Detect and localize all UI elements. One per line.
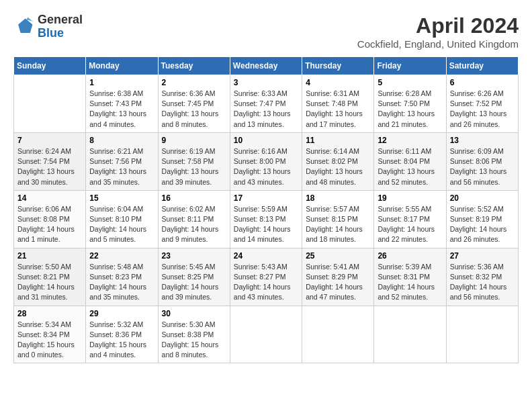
- day-cell: 10Sunrise: 6:16 AMSunset: 8:00 PMDayligh…: [230, 132, 302, 190]
- title-block: April 2024 Cockfield, England, United Ki…: [357, 13, 519, 50]
- logo-blue-text: Blue: [38, 26, 64, 40]
- header-row: SundayMondayTuesdayWednesdayThursdayFrid…: [14, 57, 519, 75]
- header-thursday: Thursday: [302, 57, 374, 75]
- day-number: 24: [234, 251, 298, 261]
- day-cell: 23Sunrise: 5:45 AMSunset: 8:25 PMDayligh…: [158, 248, 230, 306]
- day-cell: [446, 306, 518, 363]
- location-subtitle: Cockfield, England, United Kingdom: [357, 38, 519, 50]
- day-info: Sunrise: 5:32 AMSunset: 8:36 PMDaylight:…: [89, 320, 154, 361]
- day-cell: [14, 75, 86, 133]
- day-number: 25: [306, 251, 370, 261]
- svg-marker-0: [18, 18, 32, 32]
- day-info: Sunrise: 5:43 AMSunset: 8:27 PMDaylight:…: [234, 262, 298, 303]
- header-monday: Monday: [86, 57, 158, 75]
- day-info: Sunrise: 6:24 AMSunset: 7:54 PMDaylight:…: [17, 146, 82, 187]
- day-info: Sunrise: 6:36 AMSunset: 7:45 PMDaylight:…: [162, 89, 226, 130]
- day-number: 14: [17, 193, 82, 203]
- day-cell: 25Sunrise: 5:41 AMSunset: 8:29 PMDayligh…: [302, 248, 374, 306]
- day-number: 13: [450, 136, 515, 145]
- day-info: Sunrise: 6:21 AMSunset: 7:56 PMDaylight:…: [89, 146, 154, 187]
- day-number: 27: [450, 251, 515, 261]
- day-number: 29: [89, 309, 154, 318]
- header-friday: Friday: [374, 57, 446, 75]
- day-info: Sunrise: 5:36 AMSunset: 8:32 PMDaylight:…: [450, 262, 515, 303]
- day-cell: 11Sunrise: 6:14 AMSunset: 8:02 PMDayligh…: [302, 132, 374, 190]
- day-cell: [374, 306, 446, 363]
- day-cell: [302, 306, 374, 363]
- week-row-1: 1Sunrise: 6:38 AMSunset: 7:43 PMDaylight…: [14, 75, 519, 133]
- day-info: Sunrise: 5:59 AMSunset: 8:13 PMDaylight:…: [234, 204, 298, 245]
- day-number: 8: [89, 136, 154, 145]
- day-cell: 1Sunrise: 6:38 AMSunset: 7:43 PMDaylight…: [86, 75, 158, 133]
- day-number: 6: [450, 78, 515, 87]
- day-cell: 8Sunrise: 6:21 AMSunset: 7:56 PMDaylight…: [86, 132, 158, 190]
- day-number: 21: [17, 251, 82, 261]
- day-cell: 6Sunrise: 6:26 AMSunset: 7:52 PMDaylight…: [446, 75, 518, 133]
- day-info: Sunrise: 5:41 AMSunset: 8:29 PMDaylight:…: [306, 262, 370, 303]
- day-info: Sunrise: 6:11 AMSunset: 8:04 PMDaylight:…: [378, 146, 442, 187]
- day-info: Sunrise: 6:31 AMSunset: 7:48 PMDaylight:…: [306, 89, 370, 130]
- day-number: 20: [450, 193, 515, 203]
- day-cell: 14Sunrise: 6:06 AMSunset: 8:08 PMDayligh…: [14, 190, 86, 248]
- day-cell: 3Sunrise: 6:33 AMSunset: 7:47 PMDaylight…: [230, 75, 302, 133]
- day-info: Sunrise: 6:09 AMSunset: 8:06 PMDaylight:…: [450, 146, 515, 187]
- day-info: Sunrise: 6:14 AMSunset: 8:02 PMDaylight:…: [306, 146, 370, 187]
- logo-icon: [13, 16, 35, 38]
- day-number: 1: [89, 78, 154, 87]
- logo: General Blue: [13, 13, 83, 40]
- day-cell: 26Sunrise: 5:39 AMSunset: 8:31 PMDayligh…: [374, 248, 446, 306]
- day-cell: 4Sunrise: 6:31 AMSunset: 7:48 PMDaylight…: [302, 75, 374, 133]
- day-number: 7: [17, 136, 82, 145]
- day-cell: 28Sunrise: 5:34 AMSunset: 8:34 PMDayligh…: [14, 306, 86, 363]
- day-number: 19: [378, 193, 442, 203]
- day-info: Sunrise: 5:55 AMSunset: 8:17 PMDaylight:…: [378, 204, 442, 245]
- day-info: Sunrise: 5:52 AMSunset: 8:19 PMDaylight:…: [450, 204, 515, 245]
- day-info: Sunrise: 5:48 AMSunset: 8:23 PMDaylight:…: [89, 262, 154, 303]
- day-number: 23: [162, 251, 226, 261]
- day-cell: 22Sunrise: 5:48 AMSunset: 8:23 PMDayligh…: [86, 248, 158, 306]
- day-number: 28: [17, 309, 82, 318]
- day-info: Sunrise: 6:28 AMSunset: 7:50 PMDaylight:…: [378, 89, 442, 130]
- day-info: Sunrise: 6:38 AMSunset: 7:43 PMDaylight:…: [89, 89, 154, 130]
- day-cell: 19Sunrise: 5:55 AMSunset: 8:17 PMDayligh…: [374, 190, 446, 248]
- day-number: 16: [162, 193, 226, 203]
- day-number: 11: [306, 136, 370, 145]
- day-number: 9: [162, 136, 226, 145]
- day-cell: 30Sunrise: 5:30 AMSunset: 8:38 PMDayligh…: [158, 306, 230, 363]
- day-cell: 29Sunrise: 5:32 AMSunset: 8:36 PMDayligh…: [86, 306, 158, 363]
- week-row-3: 14Sunrise: 6:06 AMSunset: 8:08 PMDayligh…: [14, 190, 519, 248]
- header-wednesday: Wednesday: [230, 57, 302, 75]
- day-cell: 24Sunrise: 5:43 AMSunset: 8:27 PMDayligh…: [230, 248, 302, 306]
- day-cell: [230, 306, 302, 363]
- day-number: 4: [306, 78, 370, 87]
- day-info: Sunrise: 6:02 AMSunset: 8:11 PMDaylight:…: [162, 204, 226, 245]
- day-info: Sunrise: 5:57 AMSunset: 8:15 PMDaylight:…: [306, 204, 370, 245]
- day-number: 26: [378, 251, 442, 261]
- day-info: Sunrise: 6:16 AMSunset: 8:00 PMDaylight:…: [234, 146, 298, 187]
- day-info: Sunrise: 5:34 AMSunset: 8:34 PMDaylight:…: [17, 320, 82, 361]
- month-year-title: April 2024: [357, 13, 519, 38]
- day-cell: 20Sunrise: 5:52 AMSunset: 8:19 PMDayligh…: [446, 190, 518, 248]
- day-number: 30: [162, 309, 226, 318]
- header-saturday: Saturday: [446, 57, 518, 75]
- day-info: Sunrise: 6:26 AMSunset: 7:52 PMDaylight:…: [450, 89, 515, 130]
- week-row-4: 21Sunrise: 5:50 AMSunset: 8:21 PMDayligh…: [14, 248, 519, 306]
- page-header: General Blue April 2024 Cockfield, Engla…: [13, 13, 519, 50]
- day-info: Sunrise: 5:39 AMSunset: 8:31 PMDaylight:…: [378, 262, 442, 303]
- calendar-body: 1Sunrise: 6:38 AMSunset: 7:43 PMDaylight…: [14, 75, 519, 363]
- day-number: 2: [162, 78, 226, 87]
- day-info: Sunrise: 5:30 AMSunset: 8:38 PMDaylight:…: [162, 320, 226, 361]
- day-number: 22: [89, 251, 154, 261]
- calendar-header: SundayMondayTuesdayWednesdayThursdayFrid…: [14, 57, 519, 75]
- day-cell: 12Sunrise: 6:11 AMSunset: 8:04 PMDayligh…: [374, 132, 446, 190]
- day-info: Sunrise: 6:33 AMSunset: 7:47 PMDaylight:…: [234, 89, 298, 130]
- day-info: Sunrise: 5:50 AMSunset: 8:21 PMDaylight:…: [17, 262, 82, 303]
- day-number: 10: [234, 136, 298, 145]
- header-sunday: Sunday: [14, 57, 86, 75]
- calendar-table: SundayMondayTuesdayWednesdayThursdayFrid…: [13, 56, 519, 363]
- day-cell: 18Sunrise: 5:57 AMSunset: 8:15 PMDayligh…: [302, 190, 374, 248]
- day-cell: 2Sunrise: 6:36 AMSunset: 7:45 PMDaylight…: [158, 75, 230, 133]
- day-cell: 27Sunrise: 5:36 AMSunset: 8:32 PMDayligh…: [446, 248, 518, 306]
- day-number: 18: [306, 193, 370, 203]
- day-number: 3: [234, 78, 298, 87]
